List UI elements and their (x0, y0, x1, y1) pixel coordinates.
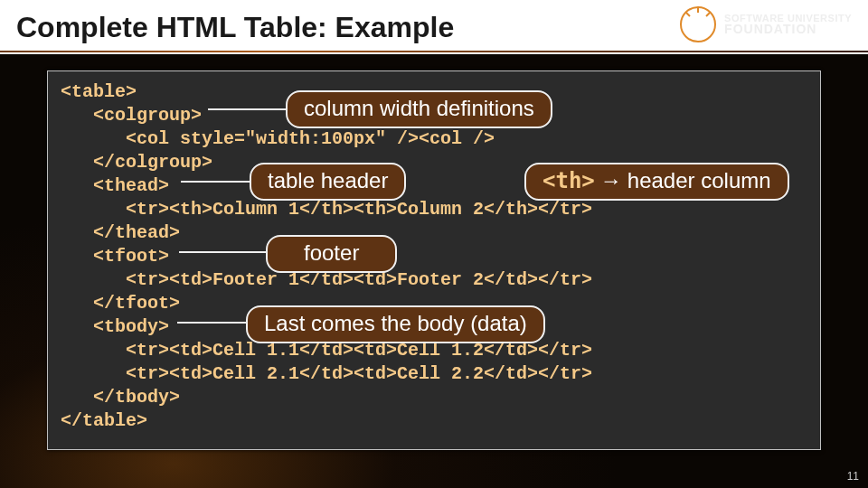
svg-line-2 (686, 13, 690, 16)
svg-rect-1 (694, 29, 702, 33)
callout-colwidth: column width definitions (286, 90, 552, 128)
code-line: </tfoot> (61, 293, 180, 314)
code-line: </tbody> (61, 387, 180, 408)
callout-th-tag: <th> (542, 168, 595, 193)
logo-line2: FOUNDATION (724, 23, 852, 35)
callout-body: Last comes the body (data) (246, 305, 545, 343)
code-line: </table> (61, 410, 147, 431)
code-line: <colgroup> (61, 105, 202, 126)
code-line: </thead> (61, 222, 180, 243)
svg-line-3 (706, 13, 710, 16)
logo: SOFTWARE UNIVERSITY FOUNDATION (679, 5, 852, 43)
slide-title: Complete HTML Table: Example (16, 11, 454, 44)
code-line: </colgroup> (61, 152, 212, 173)
connector-line (179, 251, 269, 253)
code-line: <tfoot> (61, 246, 169, 267)
page-number: 11 (847, 470, 859, 483)
connector-line (177, 322, 250, 324)
callout-th-text: header column (627, 168, 771, 193)
code-line: <tbody> (61, 316, 169, 337)
lightbulb-icon (679, 5, 717, 43)
code-content: <table> <colgroup> <col style="width:100… (61, 80, 807, 433)
code-line: <col style="width:100px" /><col /> (61, 128, 495, 149)
slide: Complete HTML Table: Example SOFTWARE UN… (0, 0, 868, 488)
callout-footer: footer (266, 235, 397, 273)
callout-theader: table header (250, 163, 406, 201)
callout-text: table header (268, 168, 388, 193)
code-line: <tr><td>Cell 2.1</td><td>Cell 2.2</td></… (61, 363, 592, 384)
title-underline (0, 51, 868, 52)
callout-text: column width definitions (304, 96, 534, 121)
callout-text: footer (304, 240, 359, 266)
arrow-right-icon: → (600, 168, 622, 193)
code-line: <table> (61, 81, 137, 102)
code-line: <tr><th>Column 1</th><th>Column 2</th></… (61, 199, 592, 220)
connector-line (208, 108, 289, 110)
callout-text: Last comes the body (data) (264, 311, 527, 336)
connector-line (181, 181, 253, 183)
logo-text: SOFTWARE UNIVERSITY FOUNDATION (724, 14, 852, 35)
callout-th: <th> → header column (524, 163, 789, 201)
code-line: <thead> (61, 175, 169, 196)
